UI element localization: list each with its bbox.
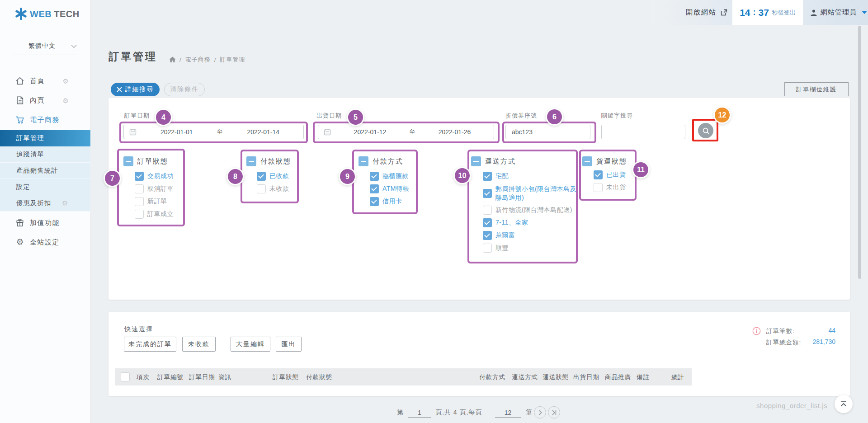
page-number-input[interactable]: 1 [408, 407, 431, 418]
indeterminate-checkbox[interactable] [246, 156, 256, 166]
order-date-range-input[interactable]: 2022-01-01 至 2022-01-14 [123, 125, 304, 139]
ship-date-from[interactable]: 2022-01-12 [331, 128, 409, 136]
last-page-button[interactable] [548, 406, 560, 418]
indeterminate-checkbox[interactable] [123, 156, 133, 166]
topbar-open-site[interactable]: 開啟網站 [651, 0, 732, 25]
sidebar-item-discounts[interactable]: 優惠及折扣 ⚙ [0, 195, 90, 212]
checkbox-unchecked[interactable] [483, 244, 492, 253]
coupon-input[interactable]: abc123 [505, 125, 590, 139]
sidebar-item-settings[interactable]: 設定 [0, 179, 90, 195]
user-menu[interactable]: 網站管理員 [803, 0, 868, 25]
checkbox-row[interactable]: 訂單成立 [135, 210, 174, 219]
bulk-edit-button[interactable]: 大量編輯 [231, 337, 270, 352]
clear-filters-button[interactable]: 清除條件 [164, 83, 205, 96]
script-filename: shopping_order_list.js [741, 402, 827, 409]
col-order-status[interactable]: 訂單狀態 [273, 373, 299, 381]
col-payment-status[interactable]: 付款狀態 [306, 373, 332, 381]
sidebar-item-addons[interactable]: 加值功能 [0, 213, 90, 232]
col-payment-method[interactable]: 付款方式 [479, 373, 505, 381]
order-date-to[interactable]: 2022-01-14 [223, 128, 304, 136]
search-button[interactable] [698, 123, 713, 138]
checkbox-checked[interactable] [257, 172, 266, 181]
checkbox-unchecked[interactable] [135, 197, 144, 206]
next-page-button[interactable] [534, 406, 546, 418]
brand-logo[interactable] [15, 8, 27, 22]
col-info[interactable]: 資訊 [218, 373, 231, 381]
checkbox-checked[interactable] [483, 189, 492, 198]
sidebar-item-site-settings[interactable]: ⚙ 全站設定 [0, 233, 90, 252]
col-index[interactable]: 項次 [137, 373, 150, 381]
checkbox-checked[interactable] [370, 197, 379, 206]
checkbox-unchecked[interactable] [483, 206, 492, 215]
sidebar-item-label: 電子商務 [30, 116, 60, 124]
checkbox-row[interactable]: 未收款 [257, 184, 289, 193]
checkbox-row[interactable]: ATM轉帳 [370, 184, 409, 193]
indeterminate-checkbox[interactable] [471, 156, 481, 166]
scroll-to-top-button[interactable] [835, 395, 853, 413]
gear-icon[interactable]: ⚙ [63, 97, 69, 104]
language-select[interactable]: 繁體中文 [28, 42, 77, 50]
select-all-checkbox[interactable] [121, 372, 130, 381]
col-total[interactable]: 總計 [671, 373, 684, 381]
per-page-input[interactable]: 12 [495, 407, 521, 418]
checkbox-checked[interactable] [370, 172, 379, 181]
ship-date-to[interactable]: 2022-01-26 [415, 128, 494, 136]
page-title: 訂單管理 [108, 50, 157, 64]
checkbox-checked[interactable] [135, 172, 144, 181]
timer-colon: : [753, 8, 756, 17]
checkbox-row[interactable]: 臨櫃匯款 [370, 172, 409, 181]
checkbox-row[interactable]: 新竹物流(限台灣本島配送) [483, 206, 572, 215]
checkbox-row[interactable]: 信用卡 [370, 197, 402, 206]
col-shipping-method[interactable]: 運送方式 [512, 373, 538, 381]
checkbox-row[interactable]: 萊爾富 [483, 231, 515, 240]
checkbox-row[interactable]: 未出貨 [594, 183, 626, 192]
checkbox-row[interactable]: 宅配 [483, 172, 509, 181]
checkbox-unchecked[interactable] [594, 183, 603, 192]
checkbox-unchecked[interactable] [257, 184, 266, 193]
checkbox-row[interactable]: 已出貨 [594, 170, 626, 179]
indeterminate-checkbox[interactable] [359, 156, 368, 166]
checkbox-row[interactable]: 已收款 [257, 172, 289, 181]
col-order-number[interactable]: 訂單編號 [157, 373, 184, 381]
col-remark[interactable]: 備註 [637, 373, 650, 381]
sidebar-item-product-sales-stats[interactable]: 產品銷售統計 [0, 163, 90, 179]
checkbox-row[interactable]: 取消訂單 [135, 184, 174, 193]
sidebar-item-ecommerce[interactable]: 電子商務 [0, 110, 90, 129]
sidebar-item-home[interactable]: 首頁 ⚙ [0, 71, 90, 90]
info-icon[interactable] [752, 327, 761, 335]
checkbox-row[interactable]: 交易成功 [135, 172, 174, 181]
gear-icon[interactable]: ⚙ [62, 200, 69, 207]
detail-search-button[interactable]: 詳細搜尋 [111, 83, 160, 96]
checkbox-row[interactable]: 7-11、全家 [483, 218, 528, 227]
checkbox-checked[interactable] [370, 184, 379, 193]
sidebar-item-order-management[interactable]: 訂單管理 [0, 130, 90, 146]
indeterminate-checkbox[interactable] [582, 156, 592, 166]
checkbox-unchecked[interactable] [135, 184, 144, 193]
sidebar-item-pages[interactable]: 內頁 ⚙ [0, 91, 90, 110]
ship-date-range-input[interactable]: 2022-01-12 至 2022-01-26 [318, 125, 494, 139]
gear-icon[interactable]: ⚙ [63, 78, 69, 85]
checkbox-row[interactable]: 郵局掛號小包(限台灣本島及離島適用) [483, 184, 578, 202]
checkbox-checked[interactable] [483, 218, 492, 227]
order-date-from[interactable]: 2022-01-01 [137, 128, 217, 136]
sort-indicator[interactable]: – [209, 373, 213, 380]
page-scrollbar[interactable] [858, 26, 861, 279]
checkbox-row[interactable]: 順豐 [483, 244, 509, 253]
chevron-down-icon [862, 11, 867, 14]
incomplete-orders-button[interactable]: 未完成的訂單 [124, 337, 176, 352]
checkbox-checked[interactable] [594, 170, 603, 179]
checkbox-unchecked[interactable] [135, 210, 144, 219]
col-shipping-status[interactable]: 運送狀態 [542, 373, 569, 381]
order-columns-button[interactable]: 訂單欄位維護 [784, 82, 849, 96]
breadcrumb-section[interactable]: 電子商務 [185, 56, 211, 64]
sidebar-item-tracking-list[interactable]: 追蹤清單 [0, 146, 90, 163]
checkbox-row[interactable]: 新訂單 [135, 197, 167, 206]
checkbox-checked[interactable] [483, 172, 492, 181]
checkbox-checked[interactable] [483, 231, 492, 240]
unpaid-button[interactable]: 未收款 [182, 337, 216, 352]
export-button[interactable]: 匯出 [276, 337, 302, 352]
close-icon [117, 87, 122, 92]
col-ship-date[interactable]: 出貨日期 [573, 373, 599, 381]
keyword-input[interactable] [601, 125, 685, 139]
col-product-promo[interactable]: 商品推廣 [605, 373, 631, 381]
